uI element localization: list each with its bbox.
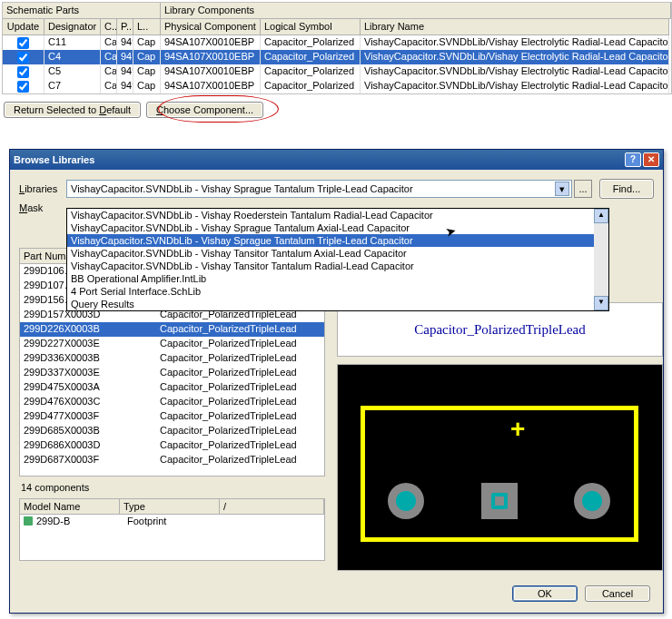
cell-logical-symbol: Capacitor_Polarized xyxy=(261,79,361,93)
table-row[interactable]: C7Cap949Cap94SA107X0010EBPCapacitor_Pola… xyxy=(3,79,671,93)
cell-physical-component: 94SA107X0010EBP xyxy=(161,64,261,79)
cell-library-name: VishayCapacitor.SVNDbLib/Vishay Electrol… xyxy=(361,79,669,93)
libraries-browse-button[interactable]: ... xyxy=(574,180,592,198)
dropdown-scrollbar[interactable]: ▲ ▼ xyxy=(594,209,608,310)
model-col-sort[interactable]: / xyxy=(220,499,324,514)
dropdown-item[interactable]: VishayCapacitor.SVNDbLib - Vishay Roeder… xyxy=(67,209,608,221)
symbol-preview-label: Capacitor_PolarizedTripleLead xyxy=(414,322,586,338)
cell-p: 949 xyxy=(117,35,133,50)
cell-logical-symbol: Capacitor_Polarized xyxy=(261,50,361,64)
choose-component-button[interactable]: Choose Component... xyxy=(146,102,263,118)
dropdown-toggle-icon[interactable]: ▾ xyxy=(555,182,569,196)
dropdown-item[interactable]: VishayCapacitor.SVNDbLib - Vishay Tansit… xyxy=(67,247,608,260)
close-button[interactable]: ✕ xyxy=(643,152,659,167)
col-physical-component[interactable]: Physical Component xyxy=(161,19,261,35)
parts-list-row[interactable]: 299D686X0003DCapacitor_PolarizedTripleLe… xyxy=(20,438,324,453)
footprint-pad-3 xyxy=(574,483,610,519)
part-desc: Capacitor_PolarizedTripleLead xyxy=(156,453,324,467)
cell-physical-component: 94SA107X0010EBP xyxy=(161,50,261,64)
cell-physical-component: 94SA107X0010EBP xyxy=(161,79,261,93)
model-col-type[interactable]: Type xyxy=(120,499,220,514)
part-number: 299D687X0003F xyxy=(20,453,156,467)
part-number: 299D685X0003B xyxy=(20,424,156,438)
cancel-button[interactable]: Cancel xyxy=(585,585,650,602)
part-number: 299D477X0003F xyxy=(20,409,156,424)
cell-l: Cap xyxy=(133,35,161,50)
part-desc: Capacitor_PolarizedTripleLead xyxy=(156,438,324,453)
part-number: 299D475X0003A xyxy=(20,380,156,395)
part-desc: Capacitor_PolarizedTripleLead xyxy=(156,424,324,438)
cell-c: Cap xyxy=(101,79,117,93)
return-default-button[interactable]: Return Selected to Default xyxy=(4,102,141,118)
component-grid: Schematic Parts Library Components Updat… xyxy=(2,2,672,94)
cell-update-checkbox[interactable] xyxy=(3,50,44,64)
part-number: 299D226X0003B xyxy=(20,322,156,337)
label-mask: Mask xyxy=(19,202,66,213)
parts-list-row[interactable]: 299D227X0003ECapacitor_PolarizedTripleLe… xyxy=(20,337,324,351)
cell-update-checkbox[interactable] xyxy=(3,79,44,93)
dropdown-item[interactable]: BB Operational Amplifier.IntLib xyxy=(67,272,608,285)
dropdown-item[interactable]: Query Results xyxy=(67,298,608,310)
footprint-pad-2 xyxy=(481,483,518,519)
col-logical-symbol[interactable]: Logical Symbol xyxy=(261,19,361,35)
part-number: 299D476X0003C xyxy=(20,395,156,409)
model-panel: Model Name Type / 299D-B Footprint xyxy=(19,498,325,561)
cell-update-checkbox[interactable] xyxy=(3,64,44,79)
parts-list-row[interactable]: 299D337X0003ECapacitor_PolarizedTripleLe… xyxy=(20,366,324,380)
cell-update-checkbox[interactable] xyxy=(3,35,44,50)
polarity-plus-icon: + xyxy=(510,415,525,444)
model-name-value: 299D-B xyxy=(36,516,127,526)
ok-button[interactable]: OK xyxy=(512,585,578,602)
part-desc: Capacitor_PolarizedTripleLead xyxy=(156,322,324,337)
col-library-name[interactable]: Library Name xyxy=(361,19,669,35)
cell-physical-component: 94SA107X0010EBP xyxy=(161,35,261,50)
cell-designator: C7 xyxy=(44,79,101,93)
footprint-pad-1 xyxy=(388,483,424,519)
parts-list-row[interactable]: 299D685X0003BCapacitor_PolarizedTripleLe… xyxy=(20,424,324,438)
find-button[interactable]: Find... xyxy=(599,179,654,199)
label-libraries: Libraries xyxy=(19,183,66,194)
part-number: 299D227X0003E xyxy=(20,337,156,351)
libraries-dropdown[interactable]: VishayCapacitor.SVNDbLib - Vishay Spragu… xyxy=(66,180,572,198)
libraries-dropdown-list[interactable]: VishayCapacitor.SVNDbLib - Vishay Roeder… xyxy=(66,208,609,311)
col-c[interactable]: C.. xyxy=(101,19,117,35)
libraries-dropdown-value: VishayCapacitor.SVNDbLib - Vishay Spragu… xyxy=(69,183,555,194)
cell-logical-symbol: Capacitor_Polarized xyxy=(261,64,361,79)
col-l[interactable]: L.. xyxy=(133,19,161,35)
parts-list-row[interactable]: 299D476X0003CCapacitor_PolarizedTripleLe… xyxy=(20,395,324,409)
cell-l: Cap xyxy=(133,64,161,79)
cell-p: 949 xyxy=(117,64,133,79)
part-desc: Capacitor_PolarizedTripleLead xyxy=(156,395,324,409)
dialog-titlebar[interactable]: Browse Libraries ? ✕ xyxy=(10,150,663,170)
parts-list-row[interactable]: 299D475X0003ACapacitor_PolarizedTripleLe… xyxy=(20,380,324,395)
dropdown-item[interactable]: VishayCapacitor.SVNDbLib - Vishay Tansit… xyxy=(67,260,608,272)
part-desc: Capacitor_PolarizedTripleLead xyxy=(156,409,324,424)
component-count-label: 14 components xyxy=(19,477,325,498)
dropdown-item[interactable]: VishayCapacitor.SVNDbLib - Vishay Spragu… xyxy=(67,234,608,247)
cell-designator: C5 xyxy=(44,64,101,79)
scroll-down-icon[interactable]: ▼ xyxy=(594,296,608,310)
parts-list-row[interactable]: 299D687X0003FCapacitor_PolarizedTripleLe… xyxy=(20,453,324,467)
scroll-up-icon[interactable]: ▲ xyxy=(594,209,608,223)
model-col-name[interactable]: Model Name xyxy=(20,499,120,514)
col-update[interactable]: Update xyxy=(3,19,44,35)
table-row[interactable]: C4Cap949Cap94SA107X0010EBPCapacitor_Pola… xyxy=(3,50,671,64)
parts-list-row[interactable]: 299D226X0003BCapacitor_PolarizedTripleLe… xyxy=(20,322,324,337)
table-row[interactable]: C11Cap949Cap94SA107X0010EBPCapacitor_Pol… xyxy=(3,35,671,50)
cell-c: Cap xyxy=(101,64,117,79)
dropdown-item[interactable]: 4 Port Serial Interface.SchLib xyxy=(67,285,608,298)
grid-header-schematic: Schematic Parts xyxy=(3,3,161,19)
parts-list-row[interactable]: 299D336X0003BCapacitor_PolarizedTripleLe… xyxy=(20,351,324,366)
part-number: 299D336X0003B xyxy=(20,351,156,366)
cell-logical-symbol: Capacitor_Polarized xyxy=(261,35,361,50)
parts-list-row[interactable]: 299D477X0003FCapacitor_PolarizedTripleLe… xyxy=(20,409,324,424)
col-p[interactable]: P.. xyxy=(117,19,133,35)
help-button[interactable]: ? xyxy=(625,152,641,167)
table-row[interactable]: C5Cap949Cap94SA107X0010EBPCapacitor_Pola… xyxy=(3,64,671,79)
dropdown-item[interactable]: VishayCapacitor.SVNDbLib - Vishay Spragu… xyxy=(67,221,608,234)
model-row[interactable]: 299D-B Footprint xyxy=(20,515,324,527)
footprint-outline xyxy=(361,406,638,542)
footprint-preview: + xyxy=(337,364,663,571)
model-type-value: Footprint xyxy=(127,516,166,526)
col-designator[interactable]: Designator xyxy=(44,19,101,35)
